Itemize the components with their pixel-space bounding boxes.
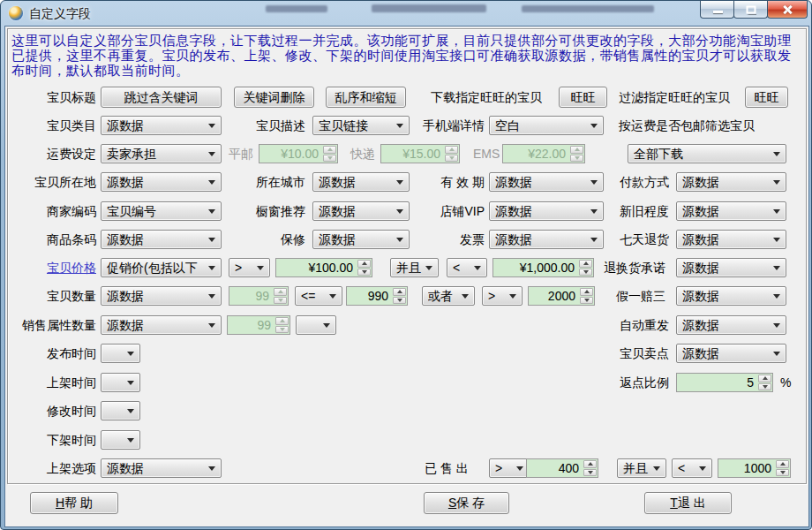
merchant-code-dropdown[interactable]: 宝贝编号 — [101, 201, 222, 221]
wangwang-download-button[interactable]: 旺旺 — [559, 87, 607, 108]
auto-resend-label: 自动重发 — [581, 315, 669, 335]
ems-fee-spinner[interactable]: ¥22.00 — [502, 144, 585, 163]
window-rec-dropdown[interactable]: 源数据 — [312, 201, 410, 221]
price-min-spinner[interactable]: ¥100.00 — [275, 258, 372, 277]
barcode-dropdown[interactable]: 源数据 — [101, 230, 222, 249]
spinner-arrows-icon[interactable] — [357, 260, 371, 276]
sold-max-spinner[interactable]: 1000 — [718, 458, 791, 478]
price-link[interactable]: 宝贝价格 — [4, 258, 96, 277]
item-title-label: 宝贝标题 — [4, 87, 96, 106]
price-mode-value: 促销价(包括以下 — [107, 259, 205, 276]
listing-time-dropdown[interactable] — [101, 373, 140, 392]
sold-min-spinner[interactable]: 400 — [526, 458, 598, 478]
quantity-min-spinner[interactable]: 990 — [346, 286, 408, 306]
maximize-button[interactable] — [733, 1, 768, 19]
location-dropdown[interactable]: 源数据 — [101, 172, 222, 192]
chevron-down-icon — [127, 381, 134, 389]
price-op1-dropdown[interactable]: > — [229, 258, 270, 277]
invoice-value: 源数据 — [495, 231, 587, 248]
price-max-value: ¥1,000.00 — [520, 259, 575, 276]
price-join-dropdown[interactable]: 并且 — [390, 258, 439, 277]
publish-time-dropdown[interactable] — [101, 344, 140, 363]
spinner-arrows-icon[interactable] — [274, 288, 287, 304]
close-button[interactable] — [767, 1, 808, 19]
title-bar[interactable]: 自定义字段 — [1, 1, 811, 26]
chevron-down-icon — [462, 294, 469, 302]
description-dropdown[interactable]: 宝贝链接 — [312, 116, 410, 135]
window-title: 自定义字段 — [29, 1, 91, 26]
post-fee-label: 平邮 — [229, 144, 253, 163]
express-fee-spinner[interactable]: ¥15.00 — [380, 144, 460, 163]
price-mode-dropdown[interactable]: 促销价(包括以下 — [101, 258, 222, 277]
delist-time-dropdown[interactable] — [101, 430, 140, 450]
spinner-arrows-icon[interactable] — [758, 375, 771, 390]
selling-point-dropdown[interactable]: 源数据 — [676, 344, 786, 363]
fake-compensation-dropdown[interactable]: 源数据 — [676, 286, 786, 306]
barcode-value: 源数据 — [107, 231, 205, 248]
sales-attr-qty-spinner[interactable]: 99 — [227, 315, 290, 335]
spinner-arrows-icon[interactable] — [445, 146, 458, 162]
shipping-dropdown[interactable]: 卖家承担 — [101, 144, 222, 163]
sold-min-value: 400 — [559, 459, 579, 477]
sold-op1-dropdown[interactable]: > — [489, 458, 530, 478]
minimize-button[interactable] — [700, 1, 734, 19]
chevron-down-icon — [127, 352, 134, 360]
return-promise-dropdown[interactable]: 源数据 — [676, 258, 786, 277]
spinner-arrows-icon[interactable] — [570, 146, 583, 162]
seven-day-return-dropdown[interactable]: 源数据 — [676, 230, 786, 249]
help-mnemonic: H — [56, 496, 64, 510]
listing-option-dropdown[interactable]: 源数据 — [101, 458, 222, 478]
auto-resend-dropdown[interactable]: 源数据 — [676, 315, 786, 335]
sold-op2-dropdown[interactable]: < — [672, 458, 712, 478]
description-label: 宝贝描述 — [217, 116, 305, 135]
rebate-spinner[interactable]: 5 — [676, 373, 773, 392]
sales-attr-op-dropdown[interactable] — [296, 315, 336, 335]
price-op2-dropdown[interactable]: < — [447, 258, 487, 277]
spinner-arrows-icon[interactable] — [776, 460, 789, 476]
spinner-arrows-icon[interactable] — [393, 288, 406, 304]
quantity-join-dropdown[interactable]: 或者 — [422, 286, 475, 306]
save-button[interactable]: S保 存 — [424, 492, 509, 514]
quantity-label: 宝贝数量 — [4, 286, 96, 306]
shuffle-shorten-button[interactable]: 乱序和缩短 — [326, 87, 406, 108]
freight-filter-label: 按运费是否包邮筛选宝贝 — [619, 116, 755, 135]
spinner-arrows-icon[interactable] — [275, 317, 289, 333]
chevron-down-icon — [208, 209, 215, 217]
warranty-dropdown[interactable]: 源数据 — [312, 230, 410, 249]
condition-dropdown[interactable]: 源数据 — [676, 201, 786, 221]
quantity-op1-dropdown[interactable]: <= — [295, 286, 342, 306]
app-icon — [9, 6, 23, 20]
spinner-arrows-icon[interactable] — [323, 146, 336, 162]
city-dropdown[interactable]: 源数据 — [312, 172, 410, 192]
listing-option-value: 源数据 — [107, 459, 205, 477]
intro-text: 这里可以自定义部分宝贝信息字段，让下载过程一并完成。该功能可扩展，目前只提供部分… — [11, 33, 801, 78]
listing-option-label: 上架选项 — [4, 458, 96, 478]
chevron-down-icon — [516, 466, 523, 474]
chevron-down-icon — [773, 323, 780, 331]
chevron-down-icon — [208, 466, 215, 474]
quantity-op2-dropdown[interactable]: > — [482, 286, 523, 306]
seven-day-return-label: 七天退货 — [581, 230, 669, 249]
payment-dropdown[interactable]: 源数据 — [676, 172, 786, 192]
download-scope-dropdown[interactable]: 全部下载 — [628, 144, 786, 163]
quantity-op1-value: <= — [301, 287, 326, 305]
location-value: 源数据 — [107, 173, 205, 191]
wangwang-filter-button[interactable]: 旺旺 — [745, 87, 788, 108]
category-dropdown[interactable]: 源数据 — [101, 116, 222, 135]
post-fee-spinner[interactable]: ¥10.00 — [259, 144, 338, 163]
keyword-delete-button[interactable]: 关键词删除 — [234, 87, 314, 108]
quantity-base-spinner[interactable]: 99 — [229, 286, 289, 306]
skip-keyword-button[interactable]: 跳过含关键词 — [101, 87, 222, 108]
help-button[interactable]: H帮 助 — [30, 492, 118, 514]
ems-fee-label: EMS — [473, 144, 500, 163]
spinner-arrows-icon[interactable] — [583, 460, 597, 476]
mobile-detail-dropdown[interactable]: 空白 — [489, 116, 604, 135]
modify-time-dropdown[interactable] — [101, 401, 140, 420]
sales-attr-mode-dropdown[interactable]: 源数据 — [101, 315, 222, 335]
quantity-op2-value: > — [488, 287, 506, 305]
sold-join-dropdown[interactable]: 并且 — [617, 458, 666, 478]
exit-button[interactable]: T退 出 — [644, 492, 732, 514]
price-join-value: 并且 — [396, 259, 422, 276]
quantity-mode-dropdown[interactable]: 源数据 — [101, 286, 222, 306]
quantity-mode-value: 源数据 — [107, 287, 205, 305]
